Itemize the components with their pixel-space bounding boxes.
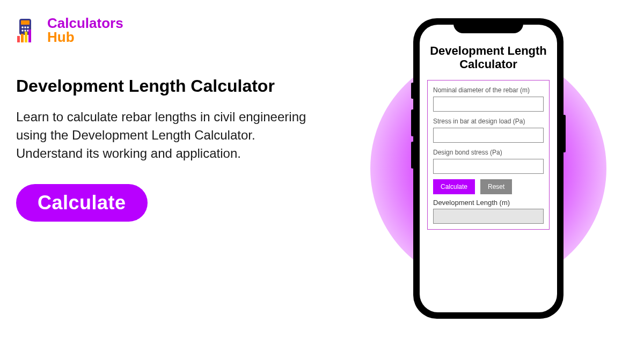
page-description: Learn to calculate rebar lengths in civi… [16,108,317,163]
logo: Calculators Hub [16,16,317,44]
logo-text-bottom: Hub [47,30,123,44]
field-label-bond-stress: Design bond stress (Pa) [433,148,544,157]
page-title: Development Length Calculator [16,76,317,96]
calculator-form: Nominal diameter of the rebar (m) Stress… [427,80,550,230]
phone-side-button [564,115,566,152]
result-label: Development Length (m) [433,199,544,207]
svg-point-3 [24,26,26,28]
svg-rect-8 [17,36,20,42]
svg-point-6 [24,30,26,32]
phone-side-button [411,83,413,99]
field-label-stress: Stress in bar at design load (Pa) [433,117,544,126]
logo-icon [16,17,43,43]
svg-point-2 [21,26,24,28]
svg-rect-10 [25,32,27,42]
phone-side-button [411,109,413,136]
result-output [433,209,544,224]
calculate-cta-button[interactable]: Calculate [16,184,148,222]
calculator-title: Development Length Calculator [427,44,550,71]
phone-mockup: Development Length Calculator Nominal di… [413,18,564,319]
reset-button[interactable]: Reset [480,179,512,194]
logo-text-top: Calculators [47,16,123,30]
field-label-diameter: Nominal diameter of the rebar (m) [433,86,544,94]
bond-stress-input[interactable] [433,159,544,174]
phone-side-button [411,142,413,169]
calculate-button[interactable]: Calculate [433,179,475,194]
stress-input[interactable] [433,128,544,143]
svg-point-4 [27,26,29,28]
svg-rect-11 [28,30,31,42]
svg-rect-1 [21,20,30,25]
svg-point-5 [21,30,24,32]
diameter-input[interactable] [433,97,544,112]
svg-rect-9 [21,34,24,42]
phone-notch [453,18,523,33]
